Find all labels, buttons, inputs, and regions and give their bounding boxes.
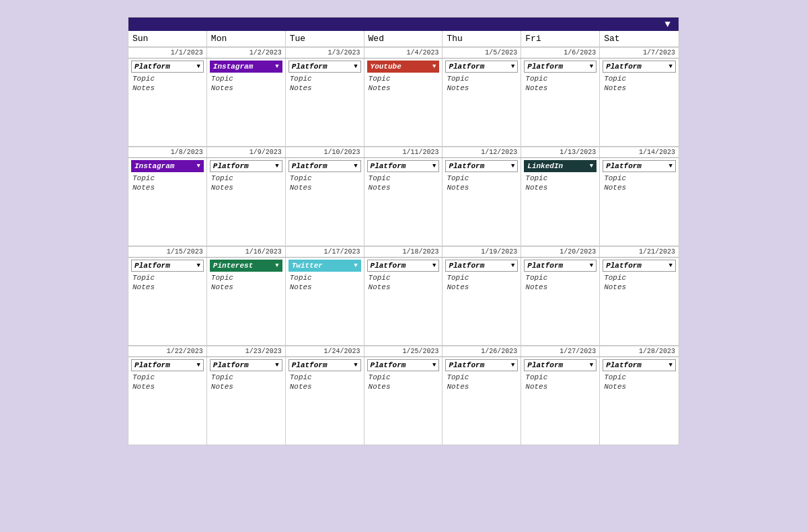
platform-dropdown[interactable]: Platform▼: [289, 359, 361, 371]
platform-label: Platform: [527, 63, 563, 71]
day-cell: Platform▼TopicNotes: [600, 59, 679, 146]
notes-label: Notes: [210, 383, 282, 391]
date-label: 1/2/2023: [207, 47, 286, 58]
date-label: 1/17/2023: [286, 246, 364, 257]
date-label: 1/7/2023: [600, 47, 679, 58]
day-cell: Instagram▼TopicNotes: [207, 59, 286, 146]
platform-dropdown[interactable]: Youtube▼: [367, 61, 440, 73]
dropdown-arrow-icon: ▼: [669, 163, 672, 169]
day-cell: Platform▼TopicNotes: [443, 59, 521, 146]
topic-label: Topic: [210, 274, 282, 282]
date-label: 1/9/2023: [207, 147, 286, 157]
platform-dropdown[interactable]: Platform▼: [445, 160, 518, 172]
dropdown-arrow-icon: ▼: [669, 262, 672, 269]
day-cell: Platform▼TopicNotes: [128, 258, 207, 345]
topic-label: Topic: [603, 174, 676, 182]
notes-label: Notes: [367, 283, 440, 291]
platform-label: Platform: [292, 361, 328, 369]
date-label: 1/5/2023: [443, 47, 521, 58]
notes-label: Notes: [603, 383, 676, 391]
date-label: 1/18/2023: [364, 246, 443, 257]
date-label: 1/26/2023: [443, 346, 521, 356]
platform-dropdown[interactable]: LinkedIn▼: [524, 160, 597, 172]
notes-label: Notes: [524, 184, 597, 192]
platform-dropdown[interactable]: Platform▼: [210, 160, 282, 172]
platform-dropdown[interactable]: Platform▼: [524, 260, 597, 272]
notes-label: Notes: [524, 283, 597, 291]
notes-label: Notes: [289, 184, 361, 192]
platform-dropdown[interactable]: Platform▼: [445, 260, 518, 272]
platform-dropdown[interactable]: Platform▼: [289, 61, 361, 73]
day-header-wed: Wed: [364, 31, 443, 46]
platform-dropdown[interactable]: Twitter▼: [289, 260, 361, 272]
platform-dropdown[interactable]: Platform▼: [603, 260, 676, 272]
platform-label: Platform: [449, 63, 484, 71]
platform-label: Platform: [134, 262, 170, 270]
dropdown-arrow-icon: ▼: [196, 362, 200, 369]
platform-label: Platform: [213, 361, 249, 369]
topic-label: Topic: [367, 274, 440, 282]
platform-dropdown[interactable]: Platform▼: [210, 359, 282, 371]
day-header-sat: Sat: [600, 31, 679, 46]
month-dropdown-arrow[interactable]: ▼: [665, 19, 670, 30]
topic-label: Topic: [131, 174, 204, 182]
platform-label: Platform: [606, 361, 642, 369]
month-header: ▼: [128, 17, 679, 31]
day-cell: LinkedIn▼TopicNotes: [521, 158, 600, 245]
dropdown-arrow-icon: ▼: [511, 163, 514, 169]
dropdown-arrow-icon: ▼: [432, 262, 436, 269]
day-cell: Platform▼TopicNotes: [286, 357, 364, 445]
platform-dropdown[interactable]: Platform▼: [367, 359, 440, 371]
date-label: 1/21/2023: [600, 246, 679, 257]
platform-dropdown[interactable]: Platform▼: [131, 359, 204, 371]
day-cell: Platform▼TopicNotes: [443, 258, 521, 345]
dropdown-arrow-icon: ▼: [669, 63, 672, 70]
platform-dropdown[interactable]: Platform▼: [603, 359, 676, 371]
platform-dropdown[interactable]: Platform▼: [445, 61, 518, 73]
notes-label: Notes: [367, 184, 440, 192]
dropdown-arrow-icon: ▼: [196, 163, 200, 169]
notes-label: Notes: [367, 84, 440, 92]
day-cell: Platform▼TopicNotes: [207, 158, 286, 245]
dropdown-arrow-icon: ▼: [590, 262, 593, 269]
platform-label: Youtube: [371, 63, 401, 71]
date-label: 1/14/2023: [600, 147, 679, 157]
platform-label: Platform: [134, 361, 170, 369]
day-cell: Platform▼TopicNotes: [600, 357, 679, 445]
platform-dropdown[interactable]: Platform▼: [603, 61, 676, 73]
platform-dropdown[interactable]: Platform▼: [445, 359, 518, 371]
topic-label: Topic: [524, 373, 597, 381]
topic-label: Topic: [131, 274, 204, 282]
topic-label: Topic: [289, 75, 361, 83]
notes-label: Notes: [367, 383, 440, 391]
date-label: 1/10/2023: [286, 147, 364, 157]
platform-label: Platform: [292, 63, 328, 71]
platform-dropdown[interactable]: Platform▼: [524, 61, 597, 73]
platform-dropdown[interactable]: Pinterest▼: [210, 260, 282, 272]
platform-dropdown[interactable]: Platform▼: [367, 260, 440, 272]
platform-label: Platform: [527, 361, 563, 369]
platform-dropdown[interactable]: Platform▼: [524, 359, 597, 371]
notes-label: Notes: [603, 283, 676, 291]
platform-dropdown[interactable]: Platform▼: [289, 160, 361, 172]
day-header-mon: Mon: [207, 31, 286, 46]
platform-label: Platform: [449, 361, 484, 369]
platform-dropdown[interactable]: Instagram▼: [131, 160, 204, 172]
topic-label: Topic: [367, 174, 440, 182]
topic-label: Topic: [524, 75, 597, 83]
day-cell: Platform▼TopicNotes: [286, 158, 364, 245]
day-header-sun: Sun: [128, 31, 207, 46]
platform-dropdown[interactable]: Platform▼: [131, 260, 204, 272]
day-cell: Twitter▼TopicNotes: [286, 258, 364, 345]
dropdown-arrow-icon: ▼: [354, 63, 357, 70]
platform-dropdown[interactable]: Instagram▼: [210, 61, 282, 73]
platform-label: Platform: [371, 361, 406, 369]
platform-label: Platform: [527, 262, 563, 270]
dropdown-arrow-icon: ▼: [354, 163, 357, 169]
date-label: 1/3/2023: [286, 47, 364, 58]
platform-dropdown[interactable]: Platform▼: [603, 160, 676, 172]
day-cell: Platform▼TopicNotes: [600, 158, 679, 245]
platform-dropdown[interactable]: Platform▼: [131, 61, 204, 73]
platform-dropdown[interactable]: Platform▼: [367, 160, 440, 172]
date-label: 1/24/2023: [286, 346, 364, 356]
